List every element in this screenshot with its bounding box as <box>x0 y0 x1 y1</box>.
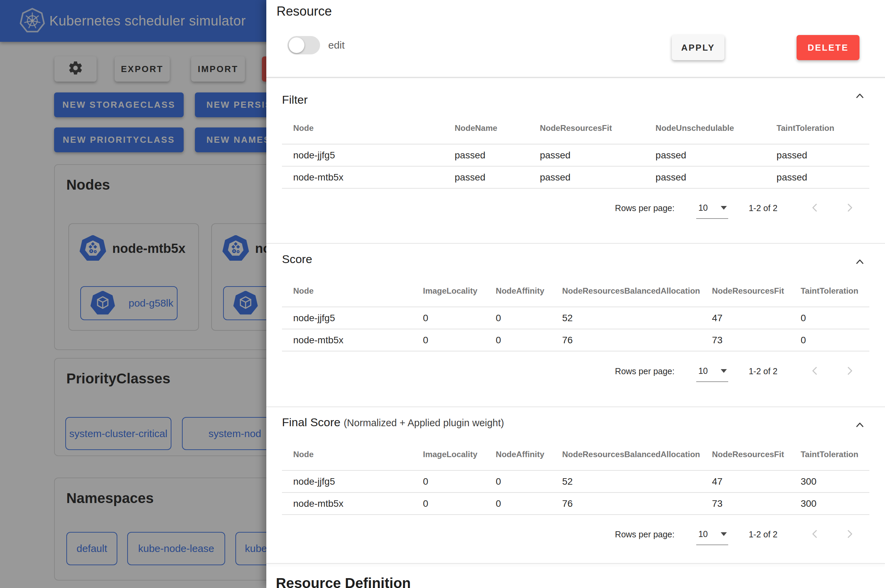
column-header: NodeResourcesFit <box>540 112 655 144</box>
column-header: Node <box>282 275 423 307</box>
delete-button[interactable]: DELETE <box>796 35 859 60</box>
column-header: Node <box>282 112 455 144</box>
final-score-section: Final Score (Normalized + Applied plugin… <box>266 406 885 563</box>
pagination-range: 1-2 of 2 <box>748 203 778 213</box>
score-pagination: Rows per page: 10 1-2 of 2 <box>615 351 857 392</box>
score-table: Node ImageLocality NodeAffinity NodeReso… <box>282 275 869 351</box>
cell: 0 <box>496 307 562 329</box>
chevron-right-icon <box>844 365 855 377</box>
cell: 47 <box>712 470 801 492</box>
cell: node-jjfg5 <box>282 307 423 329</box>
final-score-pagination: Rows per page: 10 1-2 of 2 <box>615 514 857 555</box>
rows-per-page-select[interactable]: 10 <box>696 197 728 219</box>
cell: passed <box>455 166 540 188</box>
final-score-title-text: Final Score <box>282 416 341 429</box>
final-score-table: Node ImageLocality NodeAffinity NodeReso… <box>282 438 869 515</box>
cell: 47 <box>712 307 801 329</box>
rows-per-page-value: 10 <box>696 366 708 376</box>
cell: 0 <box>423 492 496 514</box>
chevron-up-icon <box>854 91 865 103</box>
cell: 0 <box>423 307 496 329</box>
final-score-collapse-button[interactable] <box>852 418 867 433</box>
pagination-range: 1-2 of 2 <box>748 366 778 376</box>
drawer-title: Resource <box>276 4 332 19</box>
chevron-left-icon <box>810 202 820 214</box>
column-header: TaintToleration <box>801 275 869 307</box>
chevron-up-icon <box>854 256 865 268</box>
rows-per-page-select[interactable]: 10 <box>696 360 728 382</box>
cell: 52 <box>562 307 712 329</box>
cell: node-jjfg5 <box>282 144 455 166</box>
apply-button[interactable]: APPLY <box>672 35 724 60</box>
table-row: node-mtb5x passed passed passed passed <box>282 166 869 188</box>
table-header-row: Node NodeName NodeResourcesFit NodeUnsch… <box>282 112 869 144</box>
filter-collapse-button[interactable] <box>852 89 867 104</box>
cell: 0 <box>423 329 496 351</box>
dropdown-arrow-icon <box>721 532 727 536</box>
column-header: Node <box>282 438 423 470</box>
cell: passed <box>655 144 777 166</box>
column-header: NodeUnschedulable <box>655 112 777 144</box>
cell: 52 <box>562 470 712 492</box>
chevron-left-icon <box>810 528 820 540</box>
resource-definition-title: Resource Definition <box>276 575 411 588</box>
cell: passed <box>655 166 777 188</box>
next-page-button[interactable] <box>842 364 857 379</box>
cell: node-mtb5x <box>282 329 423 351</box>
dropdown-arrow-icon <box>721 206 727 210</box>
cell: 0 <box>496 470 562 492</box>
column-header: NodeAffinity <box>496 275 562 307</box>
cell: node-mtb5x <box>282 492 423 514</box>
chevron-right-icon <box>844 528 855 540</box>
filter-table: Node NodeName NodeResourcesFit NodeUnsch… <box>282 112 869 189</box>
dropdown-arrow-icon <box>721 369 727 373</box>
next-page-button[interactable] <box>842 201 857 216</box>
table-header-row: Node ImageLocality NodeAffinity NodeReso… <box>282 438 869 470</box>
cell: 0 <box>496 329 562 351</box>
table-header-row: Node ImageLocality NodeAffinity NodeReso… <box>282 275 869 307</box>
final-score-subtitle-text: (Normalized + Applied plugin weight) <box>344 417 504 428</box>
filter-pagination: Rows per page: 10 1-2 of 2 <box>615 188 857 228</box>
cell: 73 <box>712 492 801 514</box>
table-row: node-mtb5x 0 0 76 73 0 <box>282 329 869 351</box>
rows-per-page-label: Rows per page: <box>615 366 675 376</box>
previous-page-button[interactable] <box>807 527 822 542</box>
column-header: ImageLocality <box>423 438 496 470</box>
cell: node-jjfg5 <box>282 470 423 492</box>
filter-section: Filter Node NodeName NodeResourcesFit No… <box>266 78 885 243</box>
cell: passed <box>540 166 655 188</box>
pagination-range: 1-2 of 2 <box>748 530 778 539</box>
cell: passed <box>777 144 869 166</box>
column-header: TaintToleration <box>777 112 869 144</box>
column-header: NodeResourcesFit <box>712 438 801 470</box>
previous-page-button[interactable] <box>807 364 822 379</box>
column-header: NodeResourcesBalancedAllocation <box>562 438 712 470</box>
cell: 0 <box>496 492 562 514</box>
table-row: node-jjfg5 0 0 52 47 0 <box>282 307 869 329</box>
cell: 73 <box>712 329 801 351</box>
cell: 76 <box>562 492 712 514</box>
column-header: NodeResourcesFit <box>712 275 801 307</box>
edit-toggle[interactable] <box>287 36 320 54</box>
score-section-title: Score <box>282 252 312 266</box>
table-row: node-jjfg5 passed passed passed passed <box>282 144 869 166</box>
edit-toggle-label: edit <box>328 36 344 54</box>
rows-per-page-select[interactable]: 10 <box>696 524 728 545</box>
rows-per-page-value: 10 <box>696 529 708 539</box>
edit-toggle-thumb <box>289 38 304 53</box>
drawer-topbar: Resource edit APPLY DELETE <box>266 0 885 78</box>
next-page-button[interactable] <box>842 527 857 542</box>
column-header: NodeName <box>455 112 540 144</box>
previous-page-button[interactable] <box>807 201 822 216</box>
cell: passed <box>455 144 540 166</box>
column-header: NodeAffinity <box>496 438 562 470</box>
resource-drawer: Resource edit APPLY DELETE Filter Node N… <box>266 0 885 588</box>
chevron-right-icon <box>844 202 855 214</box>
cell: 0 <box>423 470 496 492</box>
final-score-section-title: Final Score (Normalized + Applied plugin… <box>282 416 504 429</box>
section-divider <box>266 563 885 564</box>
score-collapse-button[interactable] <box>852 255 867 270</box>
cell: 300 <box>801 492 869 514</box>
filter-section-title: Filter <box>282 93 308 106</box>
cell: 300 <box>801 470 869 492</box>
